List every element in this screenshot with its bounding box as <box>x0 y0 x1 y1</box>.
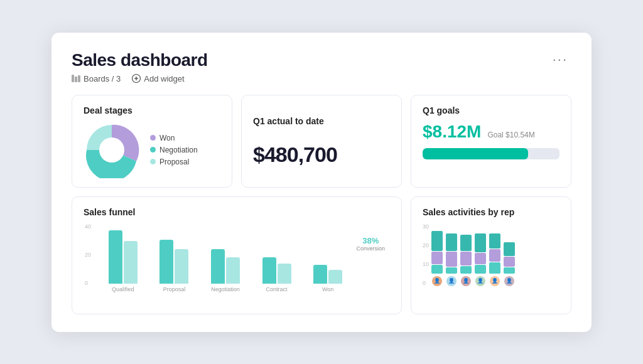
svg-rect-1 <box>75 77 77 82</box>
y-label-20: 20 <box>85 252 91 258</box>
y-label-40: 40 <box>85 223 91 230</box>
r3-bar1 <box>460 266 472 274</box>
negotiation-bar-light <box>226 257 240 284</box>
plus-circle-icon <box>132 74 141 83</box>
act-y-30: 30 <box>423 223 429 230</box>
q1-goals-title: Q1 goals <box>423 105 559 115</box>
negotiation-dot <box>150 147 156 153</box>
y-label-0: 0 <box>85 280 91 286</box>
deal-stages-content: Won Negotiation Proposal <box>84 122 220 178</box>
bar-group-qualified: Qualified <box>99 230 148 292</box>
contract-bar-teal <box>262 257 276 284</box>
goals-value: $8.12M <box>423 122 481 142</box>
won-dot <box>150 135 156 141</box>
add-widget-button[interactable]: Add widget <box>132 74 184 83</box>
r3-bar3 <box>460 235 472 251</box>
r6-bar1 <box>504 267 515 274</box>
act-y-0: 0 <box>423 280 429 286</box>
r2-bar2 <box>446 252 457 267</box>
rep-6-group: 👤 <box>504 242 515 286</box>
act-y-20: 20 <box>423 242 429 249</box>
r5-bar3 <box>489 233 500 249</box>
r2-bar1 <box>446 267 457 274</box>
deal-stages-card: Deal stages <box>72 95 232 188</box>
rep-4-bars <box>475 233 486 274</box>
rep-1-group: 👤 <box>431 231 443 286</box>
stacked-bars-container: 👤 👤 <box>431 223 515 286</box>
y-axis: 0 20 40 <box>85 223 91 286</box>
dashboard-grid: Deal stages <box>72 95 571 314</box>
main-window: Sales dashboard ··· Boards / 3 Add widge… <box>51 33 592 332</box>
rep-2-group: 👤 <box>446 233 457 286</box>
goals-main: $8.12M Goal $10.54M <box>423 122 559 142</box>
bar-group-contract: Contract <box>252 257 301 292</box>
q1-actual-card: Q1 actual to date $480,700 <box>241 95 402 188</box>
deal-stages-legend: Won Negotiation Proposal <box>150 134 198 166</box>
rep-5-bars <box>489 233 500 274</box>
rep-6-avatar: 👤 <box>504 276 514 286</box>
q1-actual-value: $480,700 <box>253 142 337 167</box>
r3-bar2 <box>460 252 472 265</box>
page-title: Sales dashboard <box>72 50 208 70</box>
deal-stages-title: Deal stages <box>84 105 220 115</box>
rep-6-bars <box>504 242 515 274</box>
sales-funnel-title: Sales funnel <box>84 207 390 217</box>
proposal-label: Proposal <box>159 158 189 166</box>
proposal-dot <box>150 159 156 164</box>
svg-rect-0 <box>72 75 74 82</box>
boards-link[interactable]: Boards / 3 <box>72 74 121 83</box>
activities-chart: 0 10 20 30 👤 <box>423 223 559 305</box>
funnel-bars: Qualified Proposal N <box>84 223 390 292</box>
boards-label: Boards / 3 <box>84 74 121 83</box>
legend-item-negotiation: Negotiation <box>150 146 198 154</box>
goals-target: Goal $10.54M <box>487 131 534 139</box>
funnel-conversion: 38% Conversion <box>356 236 385 252</box>
r6-bar2 <box>504 257 515 267</box>
won-label: Won <box>322 286 333 292</box>
rep-4-group: 👤 <box>475 233 486 286</box>
r6-bar3 <box>504 242 515 256</box>
contract-bar-light <box>278 264 291 284</box>
rep-2-bars <box>446 233 457 274</box>
legend-item-proposal: Proposal <box>150 158 198 166</box>
negotiation-label: Negotiation <box>159 146 198 154</box>
more-options-button[interactable]: ··· <box>549 50 571 69</box>
proposal-label: Proposal <box>163 286 186 292</box>
contract-label: Contract <box>266 286 288 292</box>
add-widget-label: Add widget <box>144 74 184 83</box>
qualified-bar-light <box>124 241 138 284</box>
legend-item-won: Won <box>150 134 198 142</box>
qualified-label: Qualified <box>112 286 134 292</box>
rep-4-avatar: 👤 <box>475 276 485 286</box>
r2-bar3 <box>446 233 457 251</box>
r1-bar3 <box>431 231 443 251</box>
svg-rect-2 <box>78 75 80 82</box>
rep-1-avatar: 👤 <box>432 276 442 286</box>
progress-bar-bg <box>423 148 559 159</box>
q1-actual-title: Q1 actual to date <box>253 116 324 126</box>
qualified-bar-teal <box>109 230 122 284</box>
rep-1-bars <box>431 231 443 274</box>
negotiation-bar-teal <box>211 249 225 284</box>
conversion-pct: 38% <box>356 236 385 245</box>
rep-5-avatar: 👤 <box>490 276 500 286</box>
pie-chart <box>84 122 140 178</box>
act-y-10: 10 <box>423 261 429 267</box>
won-label: Won <box>159 134 175 142</box>
r4-bar2 <box>475 253 486 264</box>
activities-y-axis: 0 10 20 30 <box>423 223 429 286</box>
r4-bar1 <box>475 265 486 274</box>
won-bar-light <box>328 270 342 284</box>
sales-activities-card: Sales activities by rep 0 10 20 30 <box>411 196 571 314</box>
bar-group-proposal: Proposal <box>150 240 199 292</box>
sales-activities-title: Sales activities by rep <box>423 207 559 217</box>
rep-5-group: 👤 <box>489 233 500 286</box>
progress-bar-fill <box>423 148 528 159</box>
proposal-bar-light <box>175 249 188 284</box>
bar-group-negotiation: Negotiation <box>201 249 250 292</box>
r4-bar3 <box>475 233 486 252</box>
r1-bar2 <box>431 252 443 264</box>
conversion-sub: Conversion <box>356 245 385 252</box>
window-header: Sales dashboard ··· <box>72 50 571 70</box>
q1-goals-card: Q1 goals $8.12M Goal $10.54M <box>411 95 571 188</box>
